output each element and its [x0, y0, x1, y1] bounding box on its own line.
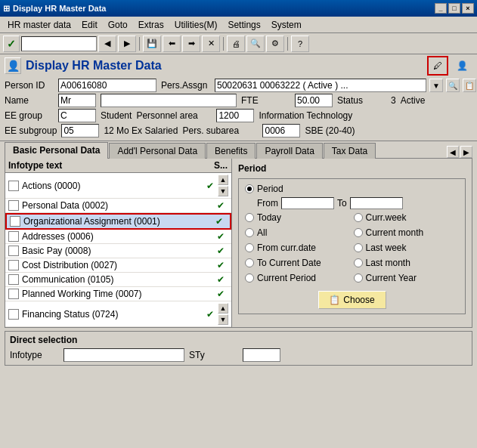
nav-prev-btn[interactable]: ◀ — [98, 36, 116, 52]
cancel-button[interactable]: ✕ — [202, 36, 220, 52]
infotype-checkbox[interactable] — [8, 181, 19, 191]
pers-assgn-dropdown[interactable]: ▼ — [429, 79, 443, 92]
tabs-container: Basic Personal Data Add'l Personal Data … — [5, 141, 472, 158]
to-input[interactable] — [350, 197, 403, 209]
tab-scroll-left[interactable]: ◀ — [447, 146, 459, 158]
back-button[interactable]: ⬅ — [163, 36, 181, 52]
list-item[interactable]: Planned Working Time (0007) ✔ — [5, 287, 231, 301]
current-month-radio[interactable] — [354, 228, 363, 237]
forward-button[interactable]: ➡ — [182, 36, 200, 52]
tab-benefits[interactable]: Benefits — [206, 143, 256, 159]
current-period-radio[interactable] — [245, 273, 254, 283]
list-item[interactable]: Financing Status (0724) ✔ ▲ ▼ — [5, 301, 231, 327]
pers-subarea-code[interactable] — [262, 124, 300, 137]
tab-scroll-right[interactable]: ▶ — [460, 146, 472, 158]
current-month-label: Current month — [366, 227, 424, 238]
toolbar-input[interactable] — [21, 36, 97, 51]
personnel-area-code[interactable] — [216, 109, 254, 122]
check-button[interactable]: ✓ — [3, 36, 20, 52]
from-input[interactable] — [281, 197, 334, 209]
to-current-date-radio[interactable] — [245, 258, 254, 267]
change-view-button[interactable]: 🖊 — [427, 56, 448, 76]
all-label: All — [257, 227, 267, 238]
last-week-radio[interactable] — [354, 243, 363, 252]
infotype-checkbox[interactable] — [8, 200, 19, 211]
find-button[interactable]: 🔍 — [246, 36, 265, 52]
nav-next-btn[interactable]: ▶ — [118, 36, 136, 52]
pers-assgn-action[interactable]: 📋 — [463, 79, 476, 92]
save-button[interactable]: 💾 — [143, 36, 161, 52]
scroll-up-btn2[interactable]: ▲ — [218, 303, 228, 314]
header-area: 👤 Display HR Master Data 🖊 👤 Person ID P… — [0, 54, 477, 141]
status-text: Active — [401, 95, 426, 106]
infotype-input[interactable] — [63, 348, 184, 362]
page-icon[interactable]: 👤 — [5, 57, 21, 74]
all-radio-row: All — [245, 227, 351, 238]
scroll-up-btn[interactable]: ▲ — [218, 175, 228, 185]
ee-group-label: EE group — [5, 110, 54, 121]
infotype-checkbox[interactable] — [8, 274, 19, 285]
infotype-checkbox[interactable] — [8, 289, 19, 299]
tab-payroll-data[interactable]: Payroll Data — [256, 143, 322, 159]
menu-goto[interactable]: Goto — [104, 18, 132, 32]
sty-input[interactable] — [243, 348, 280, 362]
toolbar: ✓ ◀ ▶ 💾 ⬅ ➡ ✕ 🖨 🔍 ⚙ ? — [0, 33, 477, 54]
infotype-col-header: Infotype text — [8, 160, 213, 171]
all-radio[interactable] — [245, 228, 254, 237]
close-button[interactable]: × — [462, 3, 474, 14]
tabs-area: Basic Personal Data Add'l Personal Data … — [0, 141, 477, 158]
current-month-radio-row: Current month — [354, 227, 460, 238]
infotype-checkbox[interactable] — [8, 309, 19, 320]
menu-bar: HR master data Edit Goto Extras Utilitie… — [0, 17, 477, 33]
help-button[interactable]: ? — [291, 36, 309, 52]
infotype-checkbox[interactable] — [8, 231, 19, 242]
menu-extras[interactable]: Extras — [134, 18, 169, 32]
infotype-checkbox[interactable] — [8, 260, 19, 270]
minimize-button[interactable]: _ — [435, 3, 447, 14]
today-radio[interactable] — [245, 213, 254, 222]
name-prefix-input[interactable] — [58, 94, 96, 107]
from-curr-date-radio[interactable] — [245, 243, 254, 252]
pers-assgn-input[interactable] — [215, 79, 426, 92]
today-label: Today — [257, 212, 281, 223]
pers-assgn-find[interactable]: 🔍 — [446, 79, 460, 92]
menu-edit[interactable]: Edit — [77, 18, 102, 32]
tab-addl-personal-data[interactable]: Add'l Personal Data — [109, 143, 206, 159]
list-item[interactable]: Communication (0105) ✔ — [5, 273, 231, 287]
name-row: Name FTE Status 3 Active — [5, 94, 472, 107]
person-id-input[interactable] — [58, 79, 156, 92]
period-radio[interactable] — [245, 184, 254, 193]
menu-hr-master-data[interactable]: HR master data — [3, 18, 76, 32]
print-button[interactable]: 🖨 — [227, 36, 245, 52]
person-icon-btn[interactable]: 👤 — [451, 56, 472, 76]
menu-utilities[interactable]: Utilities(M) — [170, 18, 222, 32]
scroll-down-btn[interactable]: ▼ — [218, 186, 228, 196]
curr-week-radio[interactable] — [354, 213, 363, 222]
name-input[interactable] — [101, 94, 237, 107]
scroll-down-btn2[interactable]: ▼ — [218, 314, 228, 325]
ee-group-row: EE group Student Personnel area Informat… — [5, 109, 472, 122]
choose-button[interactable]: 📋 Choose — [318, 291, 386, 309]
list-item[interactable]: Basic Pay (0008) ✔ — [5, 244, 231, 258]
change-view-icon: 🖊 — [433, 60, 442, 71]
ee-group-code[interactable] — [58, 109, 96, 122]
infotype-checkbox[interactable] — [10, 216, 20, 227]
list-item[interactable]: Actions (0000) ✔ ▲ ▼ — [5, 173, 231, 199]
fte-input[interactable] — [295, 94, 333, 107]
ee-subgroup-code[interactable] — [61, 124, 99, 137]
current-year-radio[interactable] — [354, 273, 363, 283]
menu-system[interactable]: System — [267, 18, 306, 32]
list-item[interactable]: Cost Distribution (0027) ✔ — [5, 258, 231, 273]
menu-settings[interactable]: Settings — [223, 18, 265, 32]
list-item[interactable]: Personal Data (0002) ✔ — [5, 199, 231, 213]
settings-btn[interactable]: ⚙ — [266, 36, 284, 52]
tab-tax-data[interactable]: Tax Data — [324, 143, 376, 159]
maximize-button[interactable]: □ — [448, 3, 460, 14]
infotype-checkbox[interactable] — [8, 246, 19, 256]
ee-subgroup-row: EE subgroup 12 Mo Ex Salaried Pers. suba… — [5, 124, 472, 137]
tab-basic-personal-data[interactable]: Basic Personal Data — [5, 142, 108, 159]
last-month-radio-row: Last month — [354, 258, 460, 268]
list-item[interactable]: Addresses (0006) ✔ — [5, 230, 231, 244]
list-item[interactable]: Organizational Assignment (0001) ✔ — [5, 213, 231, 230]
last-month-radio[interactable] — [354, 258, 363, 267]
